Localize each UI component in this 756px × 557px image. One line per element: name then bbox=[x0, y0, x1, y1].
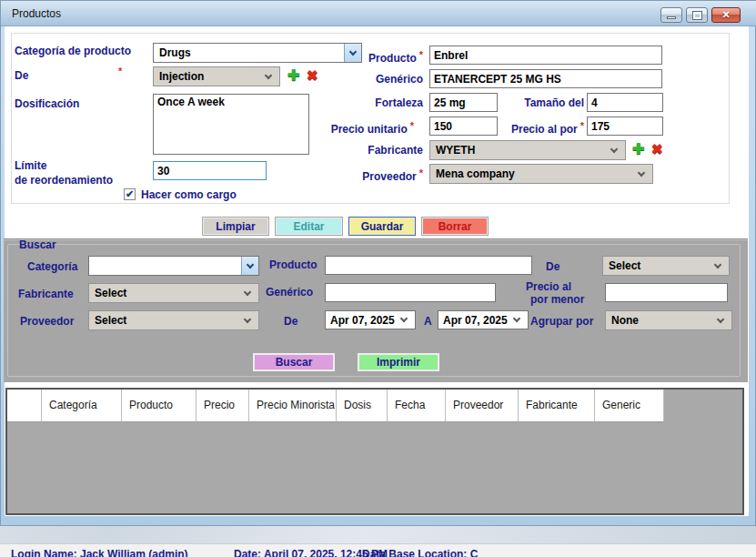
fabricante-combo[interactable]: WYETH bbox=[429, 140, 626, 160]
window-titlebar[interactable]: Productos ✕ bbox=[1, 1, 756, 26]
status-login: Login Name: Jack William (admin) bbox=[11, 548, 188, 557]
fortaleza-input[interactable] bbox=[429, 93, 498, 112]
dosificacion-label: Dosificación bbox=[15, 97, 79, 110]
fecha-a-label: A bbox=[424, 315, 432, 328]
chevron-down-icon bbox=[610, 145, 618, 152]
column-header-fabricante[interactable]: Fabricante bbox=[519, 390, 595, 422]
column-header-selector[interactable] bbox=[7, 390, 42, 422]
fecha-de-label: De bbox=[284, 315, 297, 328]
chevron-down-icon bbox=[247, 260, 254, 268]
buscar-fabricante-combo[interactable]: Select bbox=[88, 283, 259, 303]
add-fabricante-icon[interactable]: ✚ bbox=[632, 140, 644, 157]
results-grid-header: Categoría Producto Precio Precio Minoris… bbox=[7, 390, 664, 422]
chevron-down-icon bbox=[400, 315, 408, 322]
agrupar-label: Agrupar por bbox=[530, 315, 593, 328]
guardar-button[interactable]: Guardar bbox=[348, 217, 416, 236]
precio-unitario-required-marker: * bbox=[410, 120, 414, 131]
check-icon: ✔ bbox=[126, 189, 134, 199]
de-required-marker: * bbox=[118, 66, 122, 76]
de-combo[interactable]: Injection bbox=[153, 66, 280, 86]
buscar-de-combo-value: Select bbox=[603, 259, 715, 272]
buscar-fabricante-combo-value: Select bbox=[89, 287, 245, 299]
chevron-down-icon bbox=[244, 288, 251, 295]
minimize-button[interactable] bbox=[660, 7, 682, 23]
buscar-de-combo[interactable]: Select bbox=[602, 256, 730, 276]
delete-type-icon[interactable]: ✖ bbox=[307, 67, 318, 84]
delete-fabricante-icon[interactable]: ✖ bbox=[651, 141, 663, 157]
column-header-generic[interactable]: Generic bbox=[595, 390, 664, 422]
precio-por-required-marker: * bbox=[580, 120, 584, 131]
categoria-label: Categoría de producto bbox=[15, 45, 131, 57]
cargo-checkbox[interactable]: ✔ bbox=[124, 188, 136, 200]
column-header-producto[interactable]: Producto bbox=[122, 390, 197, 422]
borrar-button[interactable]: Borrar bbox=[421, 217, 489, 236]
column-header-proveedor[interactable]: Proveedor bbox=[446, 390, 519, 422]
add-type-icon[interactable]: ✚ bbox=[287, 66, 299, 84]
limite-input[interactable] bbox=[153, 161, 267, 180]
maximize-button[interactable] bbox=[686, 7, 708, 23]
buscar-de-label: De bbox=[546, 260, 559, 273]
agrupar-combo[interactable]: None bbox=[605, 310, 732, 330]
column-header-precio-minorista[interactable]: Precio Minorista bbox=[249, 390, 337, 422]
limite-label-line2: de reordenamiento bbox=[15, 174, 113, 187]
desktop: Productos ✕ Categoría de producto Drugs … bbox=[0, 0, 756, 557]
proveedor-combo[interactable]: Mena company bbox=[429, 164, 653, 184]
chevron-down-icon bbox=[244, 315, 251, 322]
fortaleza-label: Fortaleza bbox=[337, 96, 423, 109]
buscar-producto-input[interactable] bbox=[325, 256, 532, 275]
close-icon: ✕ bbox=[721, 9, 730, 21]
proveedor-label: Proveedor* bbox=[337, 167, 423, 183]
column-header-precio[interactable]: Precio bbox=[197, 390, 249, 422]
imprimir-button[interactable]: Imprimir bbox=[358, 353, 439, 371]
buscar-categoria-combo[interactable] bbox=[88, 256, 259, 276]
buscar-fabricante-label: Fabricante bbox=[18, 288, 74, 300]
buscar-proveedor-combo[interactable]: Select bbox=[88, 310, 259, 330]
precio-menor-label-line2: por menor bbox=[530, 293, 605, 306]
limpiar-button[interactable]: Limpiar bbox=[202, 217, 269, 236]
producto-input[interactable] bbox=[429, 46, 662, 65]
precio-menor-input[interactable] bbox=[605, 283, 728, 302]
editar-button[interactable]: Editar bbox=[275, 217, 343, 236]
producto-required-marker: * bbox=[419, 49, 423, 60]
chevron-down-icon bbox=[638, 168, 645, 176]
buscar-categoria-dropdown-button[interactable] bbox=[241, 257, 258, 275]
close-button[interactable]: ✕ bbox=[711, 7, 741, 23]
fabricante-combo-value: WYETH bbox=[430, 144, 611, 157]
status-bar: Login Name: Jack William (admin) Date: A… bbox=[0, 543, 756, 557]
de-label: De bbox=[15, 69, 28, 82]
dosificacion-textarea[interactable]: Once A week bbox=[153, 94, 309, 155]
fabricante-label: Fabricante bbox=[337, 144, 423, 157]
precio-unitario-label: Precio unitario* bbox=[328, 120, 414, 136]
fecha-desde-value: Apr 07, 2025 bbox=[326, 314, 401, 327]
precio-por-label: Precio al por* bbox=[499, 120, 584, 136]
de-combo-value: Injection bbox=[154, 70, 266, 83]
column-header-categoria[interactable]: Categoría bbox=[42, 390, 122, 422]
column-header-dosis[interactable]: Dosis bbox=[337, 390, 388, 422]
cargo-label: Hacer como cargo bbox=[141, 188, 237, 201]
maximize-icon bbox=[693, 12, 701, 19]
buscar-button[interactable]: Buscar bbox=[253, 353, 335, 371]
tamano-input[interactable] bbox=[587, 93, 663, 112]
limite-label-line1: Límite bbox=[15, 159, 46, 172]
chevron-down-icon bbox=[265, 71, 272, 78]
status-db-location: Data Base Location: C bbox=[362, 548, 478, 557]
generico-input[interactable] bbox=[429, 69, 662, 88]
buscar-proveedor-label: Proveedor bbox=[20, 315, 74, 328]
generico-label: Genérico bbox=[337, 73, 423, 86]
fecha-hasta-value: Apr 07, 2025 bbox=[438, 314, 514, 327]
categoria-combo[interactable]: Drugs bbox=[153, 43, 362, 63]
fecha-hasta-picker[interactable]: Apr 07, 2025 bbox=[438, 310, 529, 329]
precio-unitario-input[interactable] bbox=[429, 116, 498, 136]
precio-por-input[interactable] bbox=[587, 116, 663, 136]
buscar-proveedor-combo-value: Select bbox=[89, 314, 245, 327]
precio-menor-label-line1: Precio al bbox=[526, 280, 600, 293]
buscar-categoria-label: Categoría bbox=[27, 260, 77, 273]
fecha-desde-picker[interactable]: Apr 07, 2025 bbox=[325, 310, 416, 329]
window-title: Productos bbox=[12, 7, 61, 20]
buscar-producto-label: Producto bbox=[269, 258, 318, 271]
categoria-combo-value: Drugs bbox=[154, 46, 344, 59]
buscar-generico-input[interactable] bbox=[325, 283, 496, 302]
buscar-groupbox-title: Buscar bbox=[16, 238, 59, 251]
proveedor-required-marker: * bbox=[419, 167, 423, 178]
column-header-fecha[interactable]: Fecha bbox=[388, 390, 446, 422]
